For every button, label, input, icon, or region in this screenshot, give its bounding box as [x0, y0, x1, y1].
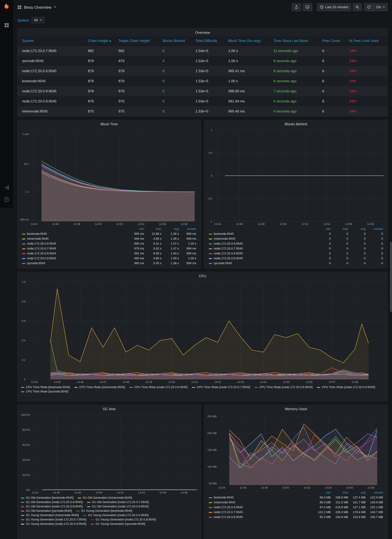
legend-stat-header[interactable]: min — [315, 226, 332, 231]
legend-item[interactable]: G1 Young Generation [minernode:9545] — [21, 513, 79, 517]
refresh-interval-dropdown[interactable]: 10s — [373, 3, 388, 11]
legend-item[interactable]: G1 Old Generation [rpcnode:9545] — [21, 509, 72, 513]
legend-item[interactable]: CPU Time IRate [node:172.20.0.6:9545] — [129, 385, 187, 389]
page-scrollbar-thumb[interactable] — [390, 242, 392, 312]
legend-series-name[interactable]: node:172.20.0.9:9545 — [20, 256, 128, 261]
legend-item[interactable]: CPU Time IRate [bootnode:9545] — [21, 385, 70, 389]
overview-cell-system: rpcnode:9545 — [18, 56, 83, 66]
help-icon[interactable] — [0, 194, 13, 204]
legend-item[interactable]: G1 Old Generation [node:172.20.0.6:9545] — [21, 500, 83, 504]
legend-series-name[interactable]: minernode:9545 — [207, 500, 315, 505]
overview-col-system[interactable]: System — [18, 36, 83, 45]
legend-item[interactable]: G1 Old Generation [node:172.20.0.7:9545] — [87, 500, 149, 504]
blocks-behind-chart[interactable]: 10.50-0.5-114:4414:4614:4814:5014:5214:5… — [205, 128, 387, 226]
legend-stat-header[interactable]: avg — [350, 490, 367, 495]
legend-series-name[interactable]: node:172.20.0.7:9545 — [207, 246, 315, 251]
legend-stat-value: 8.56 s — [146, 251, 163, 256]
legend-stat-header[interactable]: max — [332, 490, 350, 495]
memory-plot[interactable]: 250 MB200 MB150 MB100 MB50 MB14:4414:461… — [205, 413, 387, 489]
legend-item[interactable]: G1 Young Generation [rpcnode:9545] — [91, 522, 145, 526]
legend-series-name[interactable]: node:172.20.0.6:9545 — [207, 241, 315, 246]
legend-item[interactable]: G1 Young Generation [node:172.20.0.7:954… — [21, 517, 86, 522]
svg-text:0.4: 0.4 — [22, 339, 26, 342]
legend-stat-header[interactable]: current — [367, 226, 385, 231]
legend-stat-header[interactable]: min — [128, 226, 146, 231]
overview-col-total_difficulty[interactable]: Total Difficulty — [191, 36, 224, 45]
legend-key-icon — [209, 512, 212, 513]
dashboard-title[interactable]: Besu Overview — [24, 5, 52, 10]
legend-item[interactable]: G1 Old Generation [node:172.20.0.9:9545] — [87, 504, 149, 509]
refresh-button[interactable] — [364, 3, 373, 11]
block-time-chart[interactable]: 2 min10 s1 s100 ms14:4414:4614:4814:5014… — [18, 128, 201, 226]
grafana-logo[interactable] — [0, 0, 13, 13]
legend-item[interactable]: G1 Old Generation [node:172.20.0.8:9545] — [21, 504, 83, 509]
legend-series-name[interactable]: bootnode:9545 — [207, 495, 315, 500]
variable-system-dropdown[interactable]: All — [31, 17, 45, 24]
legend-stat-header[interactable]: avg — [163, 226, 181, 231]
panel-blocks-behind-title[interactable]: Blocks Behind — [205, 120, 387, 128]
legend-series-name[interactable]: rpcnode:9545 — [207, 261, 315, 265]
overview-col-target_height[interactable]: Target Chain Height — [114, 36, 158, 45]
legend-item[interactable]: CPU Time IRate [node:172.20.0.9:9545] — [317, 385, 375, 389]
legend-series-name[interactable]: node:172.20.0.7:9545 — [207, 510, 315, 515]
overview-col-time_since[interactable]: Time Since Last Block — [269, 36, 318, 45]
legend-item[interactable]: CPU Time IRate [node:172.20.0.7:9545] — [192, 385, 250, 389]
legend-series-name[interactable]: bootnode:9545 — [20, 231, 128, 236]
legend-stat-header[interactable]: current — [181, 226, 198, 231]
overview-col-chain_height[interactable]: Chain Height — [83, 36, 114, 45]
zoom-out-button[interactable] — [353, 3, 362, 11]
panel-block-time-title[interactable]: Block Time — [18, 120, 201, 128]
block-time-plot[interactable]: 2 min10 s1 s100 ms14:4414:4614:4814:5014… — [18, 128, 201, 226]
dashboards-icon[interactable] — [0, 20, 13, 30]
legend-series-name[interactable]: node:172.20.0.6:9545 — [207, 505, 315, 510]
dashboard-title-group[interactable]: Besu Overview — [17, 5, 56, 10]
legend-series-name[interactable]: node:172.20.0.8:9545 — [20, 251, 128, 256]
panel-memory-used-title[interactable]: Memory Used — [205, 405, 387, 413]
legend-series-name[interactable]: node:172.20.0.6:9545 — [20, 241, 128, 246]
panel-overview-title[interactable]: Overview — [18, 29, 387, 36]
blocks-behind-plot[interactable]: 10.50-0.5-114:4414:4614:4814:5014:5214:5… — [205, 128, 387, 226]
panel-blocks-behind: Blocks Behind 10.50-0.5-114:4414:4614:48… — [204, 120, 388, 269]
panel-cpu-title[interactable]: CPU — [18, 272, 387, 280]
gc-time-chart[interactable]: 100.0%80.0%60.0%40.0%20.0%0%14:4414:4614… — [18, 413, 201, 494]
legend-item[interactable]: G1 Old Generation [minernode:9545] — [78, 496, 132, 500]
overview-col-peer_count[interactable]: Peer Count — [318, 36, 345, 45]
svg-text:200 MB: 200 MB — [207, 432, 217, 435]
overview-col-blocks_behind[interactable]: Blocks Behind — [158, 36, 191, 45]
legend-series-name[interactable]: minernode:9545 — [207, 236, 315, 241]
share-button[interactable] — [292, 3, 301, 11]
tv-mode-button[interactable] — [303, 3, 312, 11]
legend-item[interactable]: G1 Young Generation [node:172.20.0.8:954… — [91, 517, 156, 522]
legend-item[interactable]: CPU Time IRate [minernode:9545] — [74, 385, 125, 389]
overview-col-block_time[interactable]: Block Time (5m avg) — [224, 36, 269, 45]
legend-stat-header[interactable]: current — [367, 490, 385, 495]
cpu-plot[interactable]: 1.00.80.60.40.2014:4414:4514:4614:4714:4… — [18, 280, 387, 384]
legend-stat-header[interactable]: avg — [350, 226, 367, 231]
legend-stat-header[interactable]: max — [332, 226, 350, 231]
legend-stat-value: 96.9 MB — [315, 495, 332, 500]
legend-series-name[interactable]: minernode:9545 — [20, 236, 128, 241]
gc-time-plot[interactable]: 100.0%80.0%60.0%40.0%20.0%0%14:4414:4614… — [18, 413, 201, 494]
time-range-picker[interactable]: Last 15 minutes — [317, 3, 351, 11]
legend-stat-value: 1.59 s — [163, 256, 181, 261]
legend-item[interactable]: G1 Young Generation [node:172.20.0.9:954… — [21, 522, 86, 526]
legend-series-name[interactable]: node:172.20.0.8:9545 — [207, 515, 315, 519]
legend-item[interactable]: CPU Time IRate [node:172.20.0.8:9545] — [254, 385, 312, 389]
legend-item[interactable]: G1 Young Generation [node:172.20.0.6:954… — [83, 513, 148, 517]
panel-gc-time-title[interactable]: GC time — [18, 405, 201, 413]
legend-series-name[interactable]: node:172.20.0.7:9545 — [20, 246, 128, 251]
legend-series-name[interactable]: rpcnode:9545 — [20, 261, 128, 265]
legend-series-name[interactable]: node:172.20.0.9:9545 — [207, 256, 315, 261]
cpu-chart[interactable]: 1.00.80.60.40.2014:4414:4514:4614:4714:4… — [18, 280, 387, 384]
legend-item[interactable]: G1 Young Generation [bootnode:9545] — [76, 509, 132, 513]
legend-item[interactable]: CPU Time IRate [rpcnode:9545] — [21, 389, 68, 394]
legend-series-name[interactable]: bootnode:9545 — [207, 231, 315, 236]
memory-chart[interactable]: 250 MB200 MB150 MB100 MB50 MB14:4414:461… — [205, 413, 387, 489]
legend-stat-value: 0 — [367, 236, 385, 241]
overview-col-peer_limit[interactable]: % Peer Limit Used — [345, 36, 387, 45]
legend-stat-header[interactable]: max — [146, 226, 163, 231]
legend-stat-header[interactable]: min — [315, 490, 332, 495]
legend-series-name[interactable]: node:172.20.0.8:9545 — [207, 251, 315, 256]
legend-item[interactable]: G1 Old Generation [bootnode:9545] — [21, 496, 73, 500]
sign-in-icon[interactable] — [0, 183, 13, 192]
